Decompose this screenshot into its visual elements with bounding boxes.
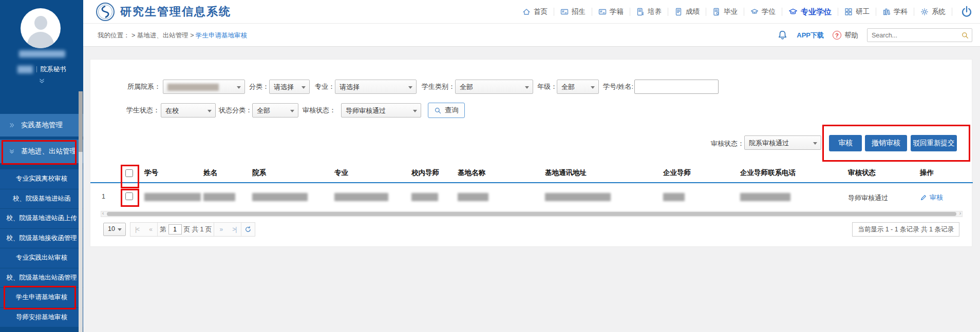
table-header: 学号 姓名 院系 专业 校内导师 基地名称 基地通讯地址 企业导师 企业导师联系… [90, 164, 973, 183]
row-checkbox[interactable] [125, 192, 133, 200]
revoke-audit-button[interactable]: 撤销审核 [865, 135, 907, 151]
brand: 研究生管理信息系统 [96, 2, 231, 22]
nav-training[interactable]: 培养 [630, 7, 668, 16]
row-audit-link[interactable]: 审核 [920, 193, 943, 202]
gear-icon [920, 8, 929, 16]
sidebar-sub-leave-school-audit[interactable]: 专业实践离校审核 [0, 169, 83, 189]
chevron-down-icon [591, 86, 595, 91]
sidebar-sub-exit-letter-mgmt[interactable]: 校、院级基地出站函管理 [0, 268, 83, 288]
search-icon[interactable] [961, 31, 969, 42]
nav-home[interactable]: 首页 [516, 7, 554, 16]
user-role-label: 院系秘书 [41, 65, 66, 74]
prev-page-button[interactable]: « [144, 226, 157, 233]
doc-icon [674, 8, 683, 16]
top-nav: 首页 招生 学籍 培养 成绩 毕业 学位 专业学位 研工 学科 系统 [516, 0, 976, 24]
grade-select[interactable]: 全部 [557, 80, 599, 94]
base-address-redacted [545, 193, 611, 201]
select-all-checkbox[interactable] [125, 169, 133, 177]
first-page-button[interactable]: |< [130, 226, 144, 233]
page-number-input[interactable] [168, 224, 182, 235]
top-bar: 研究生管理信息系统 首页 招生 学籍 培养 成绩 毕业 学位 专业学位 研工 学… [83, 0, 980, 24]
batch-audit-status-label: 审核状态： [711, 139, 744, 148]
student-status-select[interactable]: 在校 [161, 103, 216, 118]
bell-icon[interactable] [777, 30, 788, 41]
id-name-input[interactable] [634, 80, 719, 94]
nav-admissions[interactable]: 招生 [554, 7, 592, 16]
nav-student-status[interactable]: 学籍 [592, 7, 630, 16]
pagination: 10 |< « 第 页 共 1 页 » >| [103, 222, 255, 237]
user-role-row: 院系秘书 [0, 64, 83, 75]
chevron-down-icon [413, 110, 417, 114]
sidebar-sub-accept-letter-mgmt[interactable]: 校、院级基地接收函管理 [0, 229, 83, 249]
status-category-select[interactable]: 全部 [252, 103, 298, 118]
major-select[interactable]: 请选择 [335, 80, 417, 94]
record-summary: 当前显示 1 - 1 条记录 共 1 条记录 [852, 222, 959, 237]
audit-button[interactable]: 审核 [829, 135, 862, 151]
page-size-select[interactable]: 10 [103, 223, 126, 236]
category-label: 分类： [249, 80, 269, 94]
app-download-link[interactable]: APP下载 [797, 31, 824, 40]
double-chevron-down-icon [8, 148, 15, 155]
category-select[interactable]: 请选择 [269, 80, 310, 94]
content: 所属院系： 分类： 请选择 专业： 请选择 学生类别： 全部 年级： 全部 学号… [83, 47, 980, 332]
idcard-icon [598, 8, 607, 16]
horizontal-scrollbar-thumb[interactable] [107, 212, 956, 216]
double-chevron-right-icon [8, 122, 15, 129]
dept-label: 所属院系： [127, 80, 161, 94]
sidebar-sub-entry-letter[interactable]: 校、院级基地进站函 [0, 189, 83, 209]
sidebar-sub-student-apply-base-audit[interactable]: 学生申请基地审核 [0, 288, 83, 308]
last-page-button[interactable]: >| [228, 226, 241, 233]
table-row[interactable]: 1 导师审核通过 审核 [90, 184, 973, 210]
nav-discipline[interactable]: 学科 [876, 7, 914, 16]
student-type-select[interactable]: 全部 [455, 80, 533, 94]
tutor-redacted [411, 193, 438, 201]
chevron-down-icon [118, 228, 122, 233]
batch-audit-status-select[interactable]: 院系审核通过 [744, 135, 821, 150]
nav-graduate-affairs[interactable]: 研工 [838, 7, 876, 16]
sidebar-item-practice-base-mgmt[interactable]: 实践基地管理 [0, 114, 83, 136]
dept-select[interactable] [163, 80, 245, 94]
audit-status-filter-label: 审核状态： [303, 103, 336, 118]
nav-degree[interactable]: 学位 [744, 7, 782, 16]
doc-seal-icon [712, 8, 721, 16]
pencil-icon [920, 194, 927, 201]
next-page-button[interactable]: » [214, 226, 228, 233]
horizontal-scrollbar[interactable]: ‹ › [101, 211, 963, 217]
sidebar-scrollbar[interactable] [79, 91, 83, 332]
sidebar-item-base-inout-mgmt[interactable]: 基地进、出站管理 [0, 140, 83, 163]
row-audit-status: 导师审核通过 [848, 193, 888, 203]
sidebar-sub-exit-audit[interactable]: 专业实践出站审核 [0, 248, 83, 268]
avatar[interactable] [21, 8, 61, 48]
nav-professional-degree[interactable]: 专业学位 [782, 7, 838, 17]
sidebar-sub-tutor-arrange-base-audit[interactable]: 导师安排基地审核 [0, 308, 83, 328]
sidebar-item-label: 基地进、出站管理 [21, 147, 77, 156]
global-search [867, 28, 972, 42]
chevron-down-icon [301, 86, 306, 91]
search-input[interactable] [868, 29, 972, 42]
sidebar: 院系秘书 实践基地管理 基地进、出站管理 专业实践离校审核 校、院级基地进站函 … [0, 0, 83, 332]
status-category-label: 状态分类： [219, 103, 252, 118]
student-type-label: 学生类别： [422, 80, 455, 94]
university-logo-icon [96, 2, 115, 22]
breadcrumb: 我的位置： > 基地进、出站管理 > 学生申请基地审核 [98, 31, 247, 40]
power-icon [960, 6, 973, 18]
breadcrumb-level1[interactable]: 基地进、出站管理 [137, 32, 189, 39]
audit-status-filter-select[interactable]: 导师审核通过 [341, 103, 421, 118]
user-panel-collapse-icon[interactable] [0, 77, 83, 87]
header-actions: APP下载 ? 帮助 [777, 24, 972, 47]
chevron-down-icon [525, 86, 529, 91]
help-link[interactable]: ? 帮助 [833, 31, 858, 40]
sidebar-scrollbar-thumb[interactable] [79, 91, 83, 152]
refresh-icon[interactable] [241, 226, 255, 233]
nav-system[interactable]: 系统 [914, 7, 952, 16]
major-redacted [334, 193, 388, 201]
breadcrumb-level2[interactable]: 学生申请基地审核 [196, 32, 247, 39]
sidebar-sub-entry-letter-upload[interactable]: 校、院级基地进站函上传 [0, 209, 83, 229]
name-redacted [203, 193, 235, 201]
chevron-down-icon [208, 110, 212, 114]
logout-power-button[interactable] [960, 6, 973, 18]
nav-graduation[interactable]: 毕业 [706, 7, 744, 16]
nav-grades[interactable]: 成绩 [668, 7, 706, 16]
reject-resubmit-button[interactable]: 驳回重新提交 [911, 135, 957, 151]
query-button[interactable]: 查询 [428, 103, 465, 118]
